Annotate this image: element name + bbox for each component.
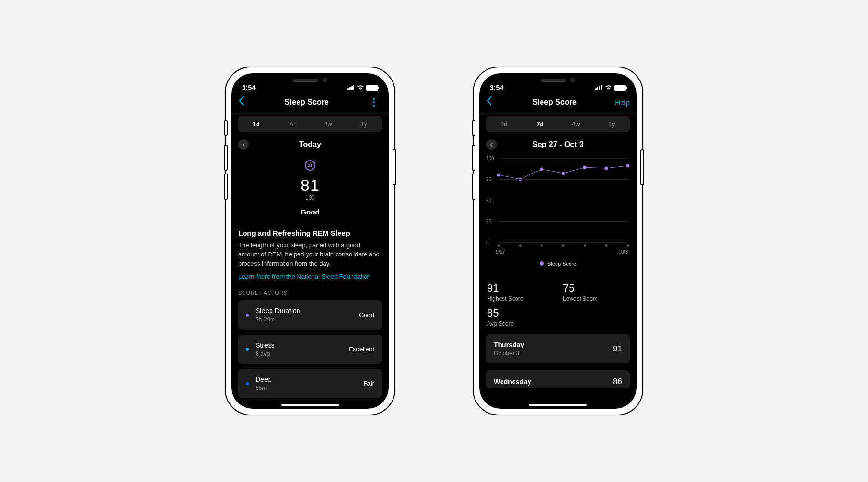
stat-label: Avg Score	[487, 321, 553, 327]
tab-1d[interactable]: 1d	[486, 116, 522, 132]
gridline	[499, 201, 628, 201]
factor-rating: Good	[359, 311, 374, 319]
stat-value: 85	[487, 307, 553, 320]
tab-7d[interactable]: 7d	[522, 116, 558, 132]
x-tick-dot	[541, 244, 543, 247]
stat-label: Highest Score	[487, 295, 553, 302]
prev-period-button[interactable]	[238, 139, 249, 150]
power-button	[393, 149, 396, 185]
time-range-tabs: 1d7d4w1y	[486, 116, 630, 132]
gridline	[499, 242, 628, 243]
silent-switch	[472, 174, 475, 200]
learn-more-link[interactable]: Learn More from the National Sleep Found…	[238, 273, 382, 280]
x-tick-dot	[627, 244, 629, 247]
chart-point	[562, 172, 565, 175]
gridline	[499, 221, 628, 222]
nav-bar: Sleep Score	[231, 93, 389, 112]
score-value: 81	[238, 176, 382, 194]
factor-card[interactable]: Sleep Duration7h 29mGood	[238, 300, 382, 330]
notch	[517, 73, 599, 87]
day-card[interactable]: ThursdayOctober 391	[486, 334, 630, 363]
factor-card[interactable]: Deep55mFair	[238, 369, 382, 398]
help-button[interactable]: Help	[613, 98, 630, 107]
insight-body: The length of your sleep, paired with a …	[238, 241, 382, 268]
chart-point	[626, 164, 630, 167]
page-title: Sleep Score	[532, 98, 577, 107]
tab-4w[interactable]: 4w	[310, 116, 346, 132]
volume-up-button	[224, 120, 228, 136]
legend-label: Sleep Score	[547, 261, 576, 267]
tab-4w[interactable]: 4w	[558, 116, 594, 132]
status-time: 3:54	[242, 84, 256, 92]
page-title: Sleep Score	[285, 98, 329, 107]
y-tick: 25	[486, 219, 491, 224]
silent-switch	[224, 174, 228, 200]
tab-1y[interactable]: 1y	[346, 116, 382, 132]
back-button[interactable]	[486, 96, 496, 108]
day-card[interactable]: Wednesday86	[486, 370, 630, 388]
stat-label: Lowest Score	[563, 295, 629, 302]
notch	[269, 73, 351, 87]
x-tick-dot	[583, 244, 586, 247]
stat-lowest: 75 Lowest Score	[563, 282, 629, 302]
stat-value: 75	[563, 282, 629, 295]
stat-avg: 85 Avg Score	[487, 307, 553, 327]
chart-legend: Sleep Score	[486, 259, 630, 268]
back-button[interactable]	[238, 96, 248, 108]
volume-down-button	[224, 145, 228, 171]
factor-card[interactable]: Stress8 avgExcellent	[238, 335, 382, 364]
factor-subtitle: 55m	[256, 385, 357, 391]
nav-bar: Sleep Score Help	[479, 93, 637, 112]
period-title: Today	[249, 140, 371, 149]
home-indicator[interactable]	[281, 404, 339, 406]
factor-rating: Fair	[364, 380, 374, 387]
y-tick: 50	[486, 198, 491, 203]
factor-title: Deep	[256, 375, 357, 383]
prev-period-button[interactable]	[486, 139, 497, 150]
chart-point	[605, 167, 608, 170]
battery-icon	[366, 85, 378, 91]
day-value: 86	[613, 377, 622, 387]
status-time: 3:54	[490, 84, 503, 92]
factor-subtitle: 7h 29m	[256, 316, 352, 323]
volume-down-button	[472, 145, 475, 171]
phone-1d: 3:54 Sleep Score 1d7d4w	[225, 67, 395, 415]
tab-7d[interactable]: 7d	[274, 116, 311, 132]
factor-title: Stress	[256, 341, 342, 349]
y-tick: 100	[486, 156, 494, 161]
wifi-icon	[605, 84, 612, 92]
more-button[interactable]	[366, 98, 382, 107]
battery-icon	[614, 85, 626, 91]
wifi-icon	[357, 84, 364, 92]
chart-point	[497, 174, 501, 177]
x-tick-dot	[498, 244, 500, 247]
tab-1y[interactable]: 1y	[594, 116, 630, 132]
day-date: October 3	[494, 350, 524, 357]
x-tick-dot	[519, 244, 521, 247]
y-tick: 0	[486, 240, 489, 245]
gridline	[499, 158, 628, 159]
x-tick-dot	[605, 244, 608, 247]
factor-dot-icon	[246, 382, 249, 385]
score-label: Good	[238, 208, 382, 216]
tab-1d[interactable]: 1d	[238, 116, 274, 132]
gridline	[499, 179, 628, 180]
chart-point	[540, 167, 543, 171]
score-factors-label: SCORE FACTORS	[238, 290, 382, 295]
sleep-score-chart: 9/2710/3 0255075100	[486, 158, 630, 242]
factor-rating: Excellent	[349, 346, 374, 353]
volume-up-button	[472, 120, 475, 136]
factor-dot-icon	[246, 348, 249, 351]
home-indicator[interactable]	[529, 404, 587, 406]
y-tick: 75	[486, 176, 491, 182]
chart-point	[583, 166, 586, 169]
factor-dot-icon	[246, 314, 249, 317]
score-max: 100	[238, 194, 382, 201]
stat-value: 91	[487, 282, 553, 295]
factor-subtitle: 8 avg	[256, 350, 342, 357]
time-range-tabs: 1d7d4w1y	[238, 116, 382, 132]
power-button	[640, 149, 644, 185]
signal-icon	[347, 85, 354, 90]
svg-text:zz: zz	[308, 163, 313, 168]
period-title: Sep 27 - Oct 3	[497, 140, 619, 149]
